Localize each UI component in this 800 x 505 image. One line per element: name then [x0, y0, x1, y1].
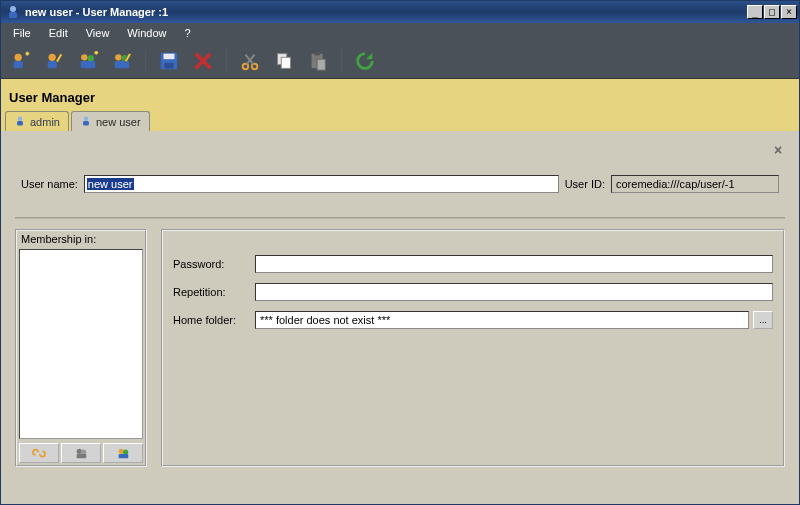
username-value: new user — [87, 178, 134, 190]
tab-new-user[interactable]: new user — [71, 111, 150, 131]
svg-rect-12 — [115, 61, 130, 68]
tab-label: admin — [30, 116, 60, 128]
user-ident-row: User name: new user User ID: coremedia:/… — [15, 175, 785, 193]
browse-label: ... — [759, 315, 767, 325]
userid-value: coremedia:///cap/user/-1 — [616, 178, 735, 190]
svg-rect-16 — [164, 62, 173, 68]
header-band: User Manager admin new user — [1, 79, 799, 131]
svg-rect-6 — [56, 53, 63, 62]
homefolder-input[interactable] — [255, 311, 749, 329]
membership-buttons — [17, 441, 145, 465]
paste-button[interactable] — [305, 48, 331, 74]
refresh-icon — [354, 50, 376, 72]
svg-point-7 — [81, 54, 87, 60]
userid-field: coremedia:///cap/user/-1 — [611, 175, 779, 193]
window-title: new user - User Manager :1 — [25, 6, 747, 18]
toolbar — [1, 43, 799, 79]
divider — [15, 217, 785, 219]
svg-point-2 — [15, 53, 22, 60]
link-icon — [31, 446, 47, 460]
copy-button[interactable] — [271, 48, 297, 74]
repetition-input[interactable] — [255, 283, 773, 301]
minimize-button[interactable]: _ — [747, 5, 763, 19]
new-user-icon — [9, 50, 31, 72]
maximize-button[interactable]: □ — [764, 5, 780, 19]
svg-point-8 — [88, 55, 94, 61]
new-group-button[interactable] — [75, 48, 101, 74]
edit-user-icon — [43, 50, 65, 72]
edit-group-button[interactable] — [109, 48, 135, 74]
svg-rect-3 — [14, 61, 23, 68]
tab-label: new user — [96, 116, 141, 128]
svg-point-26 — [84, 116, 89, 121]
page-title: User Manager — [1, 86, 799, 111]
membership-user-group-button[interactable] — [103, 443, 143, 463]
homefolder-label: Home folder: — [173, 314, 251, 326]
repetition-label: Repetition: — [173, 286, 251, 298]
svg-point-31 — [119, 449, 124, 454]
user-icon — [5, 4, 21, 20]
group-grey-icon — [73, 446, 89, 460]
svg-rect-27 — [83, 121, 89, 126]
details-panel: Password: Repetition: Home folder: ... — [161, 229, 785, 467]
menu-bar: File Edit View Window ? — [1, 23, 799, 43]
tab-admin[interactable]: admin — [5, 111, 69, 131]
person-icon — [14, 115, 26, 129]
menu-edit[interactable]: Edit — [41, 25, 76, 41]
svg-rect-25 — [17, 121, 23, 126]
tabs-row: admin new user — [1, 111, 799, 131]
window-controls: _ □ × — [747, 5, 797, 19]
svg-rect-1 — [9, 12, 17, 18]
menu-view[interactable]: View — [78, 25, 118, 41]
new-user-button[interactable] — [7, 48, 33, 74]
new-group-icon — [77, 50, 99, 72]
refresh-button[interactable] — [352, 48, 378, 74]
username-input[interactable]: new user — [84, 175, 559, 193]
menu-window[interactable]: Window — [119, 25, 174, 41]
password-input[interactable] — [255, 255, 773, 273]
delete-button[interactable] — [190, 48, 216, 74]
title-bar: new user - User Manager :1 _ □ × — [1, 1, 799, 23]
person-icon — [80, 115, 92, 129]
svg-rect-33 — [119, 454, 129, 458]
password-label: Password: — [173, 258, 251, 270]
group-color-icon — [115, 446, 131, 460]
svg-point-0 — [10, 6, 16, 12]
browse-button[interactable]: ... — [753, 311, 773, 329]
edit-user-button[interactable] — [41, 48, 67, 74]
paste-icon — [307, 50, 329, 72]
close-button[interactable]: × — [781, 5, 797, 19]
membership-label: Membership in: — [17, 231, 145, 249]
username-label: User name: — [21, 178, 78, 190]
svg-rect-22 — [314, 51, 320, 55]
svg-rect-20 — [281, 57, 290, 68]
svg-rect-9 — [81, 61, 96, 68]
svg-point-4 — [49, 53, 56, 60]
panel-row: Membership in: Password: Repet — [15, 229, 785, 467]
membership-list[interactable] — [19, 249, 143, 439]
svg-point-10 — [115, 54, 121, 60]
userid-label: User ID: — [565, 178, 605, 190]
close-panel-button[interactable]: × — [771, 143, 785, 157]
membership-group-button[interactable] — [61, 443, 101, 463]
menu-file[interactable]: File — [5, 25, 39, 41]
cut-icon — [239, 50, 261, 72]
content: × User name: new user User ID: coremedia… — [1, 131, 799, 473]
cut-button[interactable] — [237, 48, 263, 74]
edit-group-icon — [111, 50, 133, 72]
svg-rect-15 — [164, 53, 175, 59]
svg-rect-30 — [77, 454, 87, 458]
svg-point-28 — [77, 449, 82, 454]
membership-add-button[interactable] — [19, 443, 59, 463]
save-icon — [158, 50, 180, 72]
copy-icon — [273, 50, 295, 72]
svg-rect-23 — [317, 59, 325, 70]
menu-help[interactable]: ? — [176, 25, 198, 41]
delete-icon — [192, 50, 214, 72]
membership-panel: Membership in: — [15, 229, 147, 467]
save-button[interactable] — [156, 48, 182, 74]
svg-rect-5 — [48, 61, 57, 68]
svg-point-24 — [18, 116, 23, 121]
